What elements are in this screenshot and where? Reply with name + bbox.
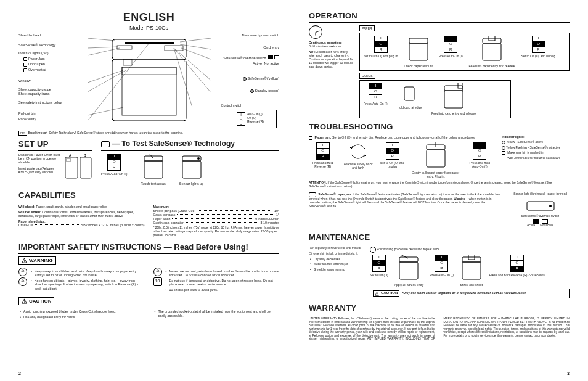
svg-text:A: A bbox=[69, 154, 71, 157]
warning-badge: ! WARNING bbox=[18, 256, 56, 265]
led-yellow-icon bbox=[243, 77, 247, 81]
caution-triangle-icon: ! bbox=[22, 298, 27, 304]
oilcan-icon bbox=[370, 247, 376, 253]
svg-line-19 bbox=[174, 48, 211, 92]
svg-text:B: B bbox=[84, 154, 86, 157]
paperjam-icon bbox=[23, 57, 27, 61]
safesense-icon bbox=[309, 192, 316, 197]
led-green-icon bbox=[250, 89, 254, 93]
svg-rect-4 bbox=[117, 46, 132, 49]
control-switch-legend: IOR Auto-On (I) Off (O) Reverse (R) bbox=[234, 110, 277, 128]
override-inactive-icon bbox=[274, 55, 279, 59]
page-right: OPERATION Continuous operation:8-10 minu… bbox=[294, 0, 588, 381]
svg-rect-40 bbox=[444, 91, 463, 108]
setup-title: SET UP bbox=[18, 139, 92, 151]
svg-rect-23 bbox=[80, 157, 91, 178]
overheat-icon bbox=[23, 68, 27, 72]
thermo-icon bbox=[502, 157, 505, 160]
svg-line-9 bbox=[88, 47, 118, 48]
svg-line-15 bbox=[180, 38, 211, 42]
caution-badge: ! CAUTION bbox=[18, 297, 54, 306]
mini-shredder-sensor-icon bbox=[180, 154, 203, 181]
led-flash-icon bbox=[502, 146, 505, 150]
svg-line-18 bbox=[174, 48, 211, 80]
override-active-icon bbox=[268, 55, 273, 59]
svg-rect-46 bbox=[399, 257, 418, 262]
svg-rect-6 bbox=[122, 67, 176, 75]
svg-point-45 bbox=[549, 205, 552, 207]
svg-rect-36 bbox=[483, 43, 501, 60]
language-title: ENGLISH bbox=[18, 11, 279, 25]
clock-icon bbox=[309, 25, 322, 39]
svg-line-17 bbox=[181, 48, 211, 59]
svg-rect-5 bbox=[122, 67, 176, 115]
svg-rect-34 bbox=[409, 43, 428, 60]
warning-triangle-icon: ! bbox=[22, 258, 27, 263]
setup-diagram: A B bbox=[63, 154, 92, 181]
callout-safesense: SafeSense® Technology bbox=[18, 43, 55, 47]
svg-rect-1 bbox=[112, 59, 186, 121]
override-diagram bbox=[522, 197, 559, 214]
safety-title: IMPORTANT SAFETY INSTRUCTIONS — Read Bef… bbox=[18, 242, 279, 254]
back-forth-icon bbox=[348, 142, 369, 161]
safesense-badge-icon bbox=[101, 141, 110, 147]
callout-indicator: Indicator lights (red) bbox=[18, 51, 49, 55]
svg-line-20 bbox=[174, 48, 192, 107]
svg-rect-25 bbox=[67, 158, 70, 162]
svg-rect-27 bbox=[144, 161, 163, 178]
operation-title: OPERATION bbox=[309, 11, 570, 23]
mini-shredder-icon bbox=[142, 154, 165, 181]
svg-rect-42 bbox=[427, 145, 445, 150]
override-on-icon bbox=[533, 219, 539, 224]
svg-rect-38 bbox=[404, 87, 414, 100]
capabilities-title: CAPABILITIES bbox=[18, 190, 279, 202]
troubleshooting-title: TROUBLESHOOTING bbox=[309, 122, 570, 134]
patent-icon: PAT. bbox=[18, 131, 27, 136]
svg-rect-47 bbox=[399, 262, 418, 279]
bin-icon bbox=[502, 151, 505, 155]
no-hands-icon: ⊘ bbox=[18, 277, 27, 286]
no-aerosol-icon: ⊘ bbox=[153, 268, 162, 276]
svg-rect-29 bbox=[182, 161, 201, 178]
page-number-left: 2 bbox=[18, 371, 21, 376]
svg-line-8 bbox=[88, 38, 115, 41]
svg-rect-49 bbox=[462, 262, 481, 279]
svg-line-11 bbox=[88, 70, 123, 83]
callout-shredder-head: Shredder head bbox=[18, 33, 41, 38]
svg-rect-43 bbox=[427, 150, 445, 167]
no-children-icon: ⊘ bbox=[18, 268, 27, 276]
sheet-count-icon: 10 bbox=[153, 277, 162, 286]
product-diagram: Shredder head SafeSense® Technology Indi… bbox=[18, 31, 279, 128]
svg-line-12 bbox=[88, 70, 126, 92]
paper-tab: PAPER bbox=[359, 25, 375, 31]
svg-line-16 bbox=[180, 44, 211, 49]
test-title: — To Test SafeSense® Technology bbox=[101, 139, 279, 150]
page-left: ENGLISH Model PS-10Cs Shredder head Safe… bbox=[0, 0, 294, 381]
svg-text:!: ! bbox=[24, 300, 25, 303]
svg-point-30 bbox=[197, 157, 200, 160]
svg-text:!: ! bbox=[24, 259, 25, 263]
breakthrough-line: PAT. Breakthrough Safety Technology! Saf… bbox=[18, 131, 279, 136]
maint-caution-badge: CAUTION bbox=[373, 290, 399, 297]
page-number-right: 3 bbox=[567, 371, 570, 376]
led-icon bbox=[502, 141, 505, 144]
jam-icon bbox=[309, 136, 312, 140]
svg-rect-7 bbox=[123, 59, 132, 65]
svg-rect-33 bbox=[409, 38, 428, 43]
maintenance-title: MAINTENANCE bbox=[309, 232, 570, 244]
override-off-icon bbox=[542, 219, 548, 224]
model-number: Model PS-10Cs bbox=[18, 25, 279, 31]
switch-icon: IOR bbox=[107, 154, 121, 171]
warranty-title: WARRANTY bbox=[309, 303, 570, 315]
svg-line-14 bbox=[88, 43, 149, 121]
svg-rect-21 bbox=[65, 157, 78, 178]
svg-line-10 bbox=[88, 48, 120, 55]
shredder-illustration bbox=[88, 33, 211, 126]
dooropen-icon bbox=[23, 63, 27, 67]
warranty-body: LIMITED WARRANTY Fellowes, Inc. ("Fellow… bbox=[309, 317, 570, 341]
cards-tab: CARDS bbox=[359, 73, 375, 79]
